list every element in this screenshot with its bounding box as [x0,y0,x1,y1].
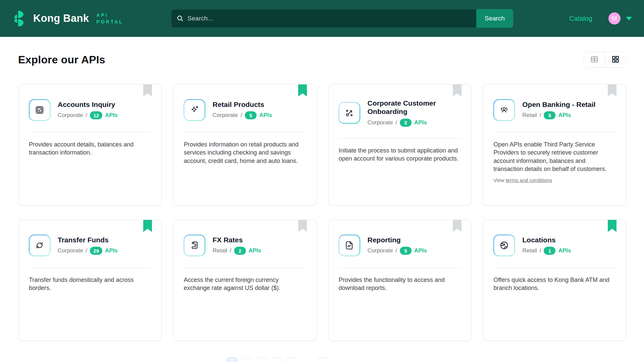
kong-bank-logo-icon [14,11,27,26]
page-button-4[interactable]: 4 [272,358,282,362]
api-card-description: Access the current foreign currency exch… [184,276,306,292]
apis-label: APIs [105,112,118,119]
nav-catalog-link[interactable]: Catalog [569,15,592,22]
api-card[interactable]: Locations Retail / 1 APIs Offers quick a… [483,220,626,341]
api-card-title: Reporting [368,236,427,244]
category-label: Corporate [213,112,238,119]
api-card-title: Corporate Customer Onboarding [368,99,461,116]
api-count-badge: 29 [90,247,102,255]
user-menu[interactable]: M [608,12,632,24]
app-header: Kong Bank API PORTAL Search Catalog M [0,0,644,37]
api-card-description: Provides information on retail products … [184,140,306,165]
api-card-meta: Corporate / 2 APIs [368,119,461,127]
category-label: Retail [522,112,537,119]
table-view-button[interactable] [584,52,605,67]
chevron-down-icon[interactable] [626,17,632,20]
strategy-icon [339,102,360,124]
page-button-3[interactable]: 3 [257,358,267,362]
api-count-badge: 2 [234,247,246,255]
avatar[interactable]: M [608,12,621,24]
api-card[interactable]: Corporate Customer Onboarding Corporate … [328,84,472,205]
api-card-title: Accounts Inquiry [58,101,118,109]
card-divider [493,132,616,132]
transfer-icon [29,235,50,256]
report-icon [339,235,360,256]
api-card[interactable]: FX Rates Retail / 2 APIs Access the curr… [173,220,317,341]
category-separator: / [240,112,242,119]
api-card[interactable]: Reporting Corporate / 5 APIs Provides th… [328,220,472,341]
apis-label: APIs [558,247,571,254]
page-button-1[interactable]: 1 [227,358,237,362]
api-card-description: Provides the functionality to access and… [339,276,461,292]
page-button-5[interactable]: 5 [287,358,298,362]
apis-label: APIs [105,247,118,254]
card-divider [184,132,306,132]
apis-label: APIs [414,247,427,254]
api-card-title: Open Banking - Retail [522,101,595,109]
api-count-badge: 12 [90,111,102,119]
category-label: Corporate [58,112,83,119]
checkbox-icon [29,99,50,121]
category-separator: / [395,119,397,126]
bookmark-icon[interactable] [143,84,152,97]
search-button[interactable]: Search [476,9,513,28]
card-divider [493,267,616,268]
category-separator: / [540,112,541,119]
apis-label: APIs [249,247,261,254]
category-separator: / [395,247,397,254]
search-input[interactable] [171,9,476,28]
api-card-title: Retail Products [213,101,272,109]
api-count-badge: 5 [400,247,412,255]
page-button-2[interactable]: 2 [242,358,252,362]
table-view-icon [590,55,599,65]
api-card-meta: Corporate / 29 APIs [58,247,118,255]
api-count-badge: 5 [544,111,555,119]
scroll-icon [184,235,205,256]
page-button-10[interactable]: 10 [317,358,328,362]
category-label: Corporate [368,247,393,254]
bookmark-icon[interactable] [453,220,462,232]
api-card[interactable]: Transfer Funds Corporate / 29 APIs Trans… [18,220,162,341]
api-card-title: Transfer Funds [58,236,118,244]
people-icon [493,99,515,121]
api-card-description: Initiate the process to submit applicati… [339,146,461,163]
api-card-description: Offers quick access to Kong Bank ATM and… [493,276,616,292]
api-card-meta: Corporate / 5 APIs [213,111,272,119]
apis-label: APIs [259,112,272,119]
api-card-meta: Retail / 5 APIs [522,111,595,119]
api-card[interactable]: Retail Products Corporate / 5 APIs Provi… [173,84,317,205]
api-card-title: FX Rates [213,236,261,244]
bookmark-icon[interactable] [143,220,152,232]
api-card-grid: Accounts Inquiry Corporate / 12 APIs Pro… [0,84,644,341]
card-divider [184,267,306,268]
api-card-meta: Corporate / 5 APIs [368,247,427,255]
pagination: 12345…10 [0,358,608,362]
bookmark-icon[interactable] [453,84,462,97]
api-card-meta: Retail / 2 APIs [213,247,261,255]
bookmark-icon[interactable] [608,220,616,232]
category-separator: / [86,247,88,254]
api-count-badge: 1 [544,247,555,255]
category-label: Corporate [58,247,83,254]
api-card[interactable]: Open Banking - Retail Retail / 5 APIs Op… [483,84,626,205]
api-card-description: Open APIs enable Third Party Service Pro… [493,140,616,173]
card-divider [339,138,461,138]
api-count-badge: 2 [400,119,412,127]
grid-view-button[interactable] [605,52,626,67]
pagination-ellipsis: … [302,358,313,362]
api-card[interactable]: Accounts Inquiry Corporate / 12 APIs Pro… [18,84,162,205]
category-label: Corporate [368,119,393,126]
bookmark-icon[interactable] [608,84,616,97]
search-icon [176,15,184,23]
api-card-title: Locations [522,236,571,244]
bookmark-icon[interactable] [298,84,307,97]
page-title: Explore our APIs [18,54,105,66]
brand-logo[interactable]: Kong Bank API PORTAL [14,11,123,26]
grid-view-icon [611,55,620,65]
card-divider [29,132,151,132]
search-bar: Search [171,9,513,28]
globe-icon [493,235,515,256]
terms-link[interactable]: terms and conditions [506,177,552,183]
bookmark-icon[interactable] [298,220,307,232]
sparkle-icon [184,99,205,121]
